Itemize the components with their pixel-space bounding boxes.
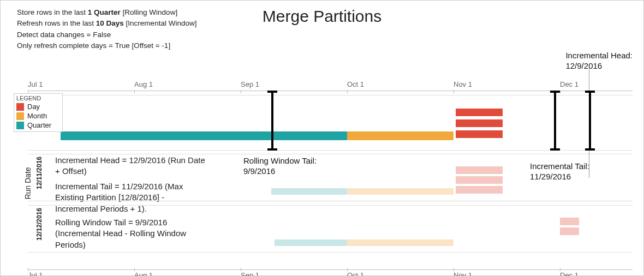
axis-tick: Nov 1 [454, 80, 503, 88]
axis-tick: Jul 1 [28, 271, 77, 276]
day-square [497, 176, 503, 184]
day-square [497, 130, 503, 138]
config-line-3: Detect data changes = False [17, 29, 196, 40]
legend-swatch-month [16, 112, 24, 120]
chart-body: Run Date Rolling Window Tail: 9/9/2016 I… [28, 91, 633, 259]
axis-tick: Dec 1 [560, 271, 609, 276]
legend-swatch-quarter [16, 122, 24, 129]
config-block: Store rows in the last 1 Quarter [Rollin… [17, 7, 196, 51]
day-square [497, 119, 503, 127]
axis-tick: Oct 1 [347, 271, 396, 276]
day-square [574, 227, 579, 235]
day-square [497, 186, 503, 194]
bar-quarter-faded [275, 239, 347, 246]
marker-incremental-head [589, 92, 591, 149]
axis-tick: Sep 1 [241, 80, 290, 88]
day-square [497, 166, 503, 174]
axis-tick: Aug 1 [134, 271, 183, 276]
config-line-1: Store rows in the last 1 Quarter [Rollin… [17, 7, 196, 18]
legend-item-day: Day [16, 103, 60, 111]
bar-quarter-faded [271, 188, 347, 195]
lane-run-main [28, 95, 633, 151]
marker-incremental-tail [554, 92, 556, 149]
day-square [574, 218, 579, 225]
run-date-label-1: 12/11/2016 [35, 151, 43, 195]
lane-run-1: 12/11/2016 [28, 154, 633, 201]
day-square [497, 109, 503, 116]
axis-tick: Jul 1 [28, 80, 77, 88]
legend: LEGEND Day Month Quarter [14, 93, 63, 132]
bar-month [347, 131, 454, 140]
axis-tick: Dec 1 [560, 80, 609, 88]
lane-run-2: 12/12/2016 [28, 205, 633, 253]
config-line-4: Only refresh complete days = True [Offse… [17, 40, 196, 51]
config-line-2: Refresh rows in the last 10 Days [Increm… [17, 18, 196, 29]
annotation-incremental-head: Incremental Head: 12/9/2016 [565, 51, 633, 71]
axis-tick: Sep 1 [241, 271, 290, 276]
axis-bottom: Jul 1 Aug 1 Sep 1 Oct 1 Nov 1 Dec 1 [28, 269, 633, 270]
axis-tick: Aug 1 [134, 80, 183, 88]
axis-tick: Nov 1 [454, 271, 503, 276]
bar-quarter [61, 131, 347, 140]
run-date-label-2: 12/12/2016 [35, 202, 43, 246]
diagram-canvas: Merge Partitions Store rows in the last … [0, 0, 644, 276]
legend-header: LEGEND [16, 95, 60, 101]
marker-rolling-tail [271, 92, 273, 149]
legend-item-month: Month [16, 112, 60, 120]
bar-month-faded [347, 188, 454, 195]
legend-swatch-day [16, 103, 24, 111]
axis-tick: Oct 1 [347, 80, 396, 88]
bar-month-faded [347, 239, 454, 246]
legend-item-quarter: Quarter [16, 121, 60, 129]
